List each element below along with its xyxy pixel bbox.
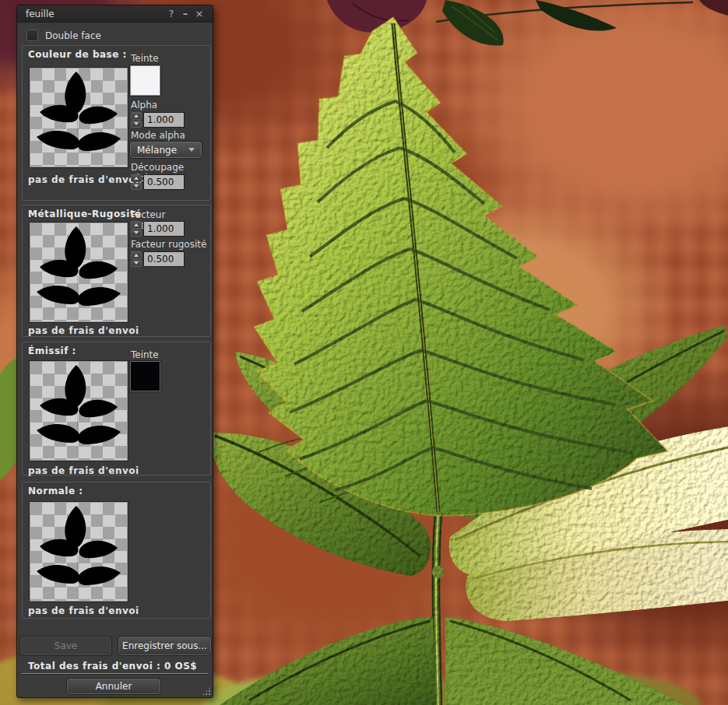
roughness-up-icon[interactable] [131, 251, 142, 259]
save-as-button[interactable]: Enregistrer sous... [118, 637, 211, 655]
alpha-cutoff-down-icon[interactable] [131, 183, 142, 191]
metallic-roughness-section: Métallique-Rugosité pas de frais d'envoi… [22, 205, 211, 337]
window-title: feuille [26, 9, 164, 19]
cancel-button[interactable]: Annuler [67, 679, 160, 694]
alpha-mode-label: Mode alpha [131, 130, 185, 141]
metallic-header: Métallique-Rugosité [28, 209, 142, 219]
chevron-down-icon [188, 148, 195, 152]
alpha-mode-value: Mélange [137, 145, 177, 156]
normal-texture-thumbnail[interactable] [30, 502, 128, 602]
fern-leaf [210, 17, 728, 705]
emissive-texture-thumbnail[interactable] [30, 361, 128, 461]
roughness-factor-label: Facteur rugosité [131, 239, 206, 250]
alpha-value-field[interactable]: 1.000 [143, 112, 185, 128]
minimize-icon[interactable]: – [178, 6, 192, 22]
alpha-spinner-down-icon[interactable] [131, 121, 142, 128]
emissive-header: Émissif : [28, 345, 76, 356]
base-tint-label: Teinte [131, 53, 159, 64]
save-button[interactable]: Save [20, 637, 111, 655]
leaf-texture-icon [30, 503, 127, 601]
normal-header: Normale : [28, 486, 83, 496]
roughness-factor-spinner: 0.500 [131, 251, 185, 267]
alpha-mode-dropdown[interactable]: Mélange [130, 142, 202, 158]
roughness-factor-field[interactable]: 0.500 [143, 251, 185, 267]
help-icon[interactable]: ? [164, 6, 178, 22]
texture-edit-window: feuille ? – × Double face Couleur de bas… [16, 5, 213, 698]
footer-divider [22, 673, 208, 674]
base-tint-swatch[interactable] [130, 65, 160, 96]
metallic-up-icon[interactable] [131, 221, 142, 229]
metallic-down-icon[interactable] [131, 230, 142, 237]
normal-fee-label: pas de frais d'envoi [28, 605, 139, 616]
emissive-fee-label: pas de frais d'envoi [28, 465, 139, 476]
window-titlebar[interactable]: feuille ? – × [17, 5, 213, 23]
total-upload-fee-label: Total des frais d'envoi : 0 OS$ [28, 661, 197, 672]
metallic-fee-label: pas de frais d'envoi [28, 325, 139, 336]
alpha-spinner: 1.000 [131, 112, 185, 128]
alpha-label: Alpha [131, 100, 157, 110]
alpha-spinner-up-icon[interactable] [131, 112, 142, 120]
double-face-checkbox[interactable] [26, 30, 38, 41]
leaf-texture-icon [30, 68, 127, 167]
emissive-section: Émissif : pas de frais d'envoi Teinte [22, 342, 211, 475]
emissive-tint-swatch[interactable] [130, 361, 160, 391]
leaf-texture-icon [30, 362, 127, 460]
metallic-factor-field[interactable]: 1.000 [143, 221, 185, 237]
double-face-label: Double face [45, 30, 101, 41]
roughness-down-icon[interactable] [131, 260, 142, 268]
leaf-texture-icon [30, 223, 127, 321]
metallic-texture-thumbnail[interactable] [30, 223, 128, 322]
alpha-cutoff-spinner: 0.500 [131, 174, 185, 190]
alpha-cutoff-up-icon[interactable] [131, 174, 142, 182]
normal-map-section: Normale : pas de frais d'envoi [22, 482, 211, 619]
resize-grip[interactable] [202, 686, 211, 696]
app-root: feuille ? – × Double face Couleur de bas… [0, 0, 728, 705]
metallic-factor-spinner: 1.000 [131, 221, 185, 237]
close-icon[interactable]: × [192, 6, 206, 22]
base-color-header: Couleur de base : [28, 49, 127, 60]
base-color-section: Couleur de base : pas de frais d'envoi T… [22, 45, 211, 201]
alpha-cutoff-field[interactable]: 0.500 [143, 174, 185, 190]
base-color-texture-thumbnail[interactable] [30, 68, 128, 167]
base-color-fee-label: pas de frais d'envoi [28, 174, 139, 185]
emissive-tint-label: Teinte [131, 349, 159, 360]
